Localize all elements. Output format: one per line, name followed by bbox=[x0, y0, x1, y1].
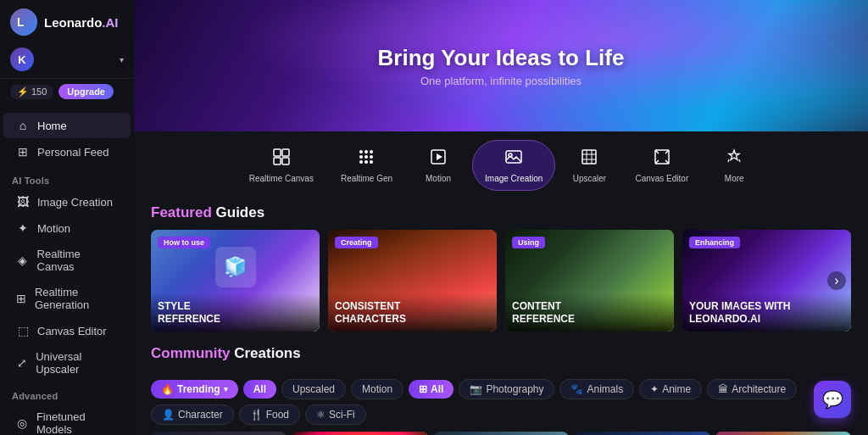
motion-icon: ✦ bbox=[15, 221, 31, 235]
filter-all-2[interactable]: ⊞ All bbox=[409, 380, 453, 399]
tool-more[interactable]: More bbox=[704, 141, 765, 190]
community-section: Community Creations bbox=[134, 337, 868, 374]
trending-label: Trending bbox=[177, 383, 220, 395]
filter-motion[interactable]: Motion bbox=[351, 379, 403, 399]
realtime-canvas-tool-icon bbox=[272, 148, 291, 170]
character-icon: 👤 bbox=[162, 409, 175, 421]
guide-text-3: CONTENTREFERENCE bbox=[505, 293, 674, 332]
upscaler-icon: ⤢ bbox=[15, 356, 29, 370]
filter-food-label: Food bbox=[266, 409, 289, 421]
sidebar-item-realtime-canvas[interactable]: ◈ Realtime Canvas bbox=[3, 242, 131, 279]
svg-point-14 bbox=[370, 160, 373, 164]
tool-canvas-editor-label: Canvas Editor bbox=[635, 174, 688, 183]
tool-canvas-editor[interactable]: Canvas Editor bbox=[623, 141, 700, 190]
guide-card-2[interactable]: Creating CONSISTENTCHARACTERS bbox=[328, 230, 497, 332]
filter-trending[interactable]: 🔥 Trending ▾ bbox=[151, 380, 238, 399]
svg-text:L: L bbox=[17, 15, 25, 29]
guide-tag-3: Using bbox=[512, 237, 545, 248]
community-highlight: Community bbox=[151, 345, 231, 361]
tool-image-creation[interactable]: Image Creation bbox=[472, 140, 555, 191]
home-icon: ⌂ bbox=[15, 119, 31, 132]
filter-character[interactable]: 👤 Character bbox=[151, 404, 234, 425]
sidebar-item-personal-feed[interactable]: ⊞ Personal Feed bbox=[3, 139, 131, 165]
tool-realtime-gen[interactable]: Realtime Gen bbox=[329, 141, 404, 190]
community-card-4[interactable] bbox=[574, 432, 709, 435]
chevron-down-icon: ▾ bbox=[120, 55, 124, 64]
filter-photography[interactable]: 📷 Photography bbox=[459, 379, 554, 399]
svg-point-13 bbox=[364, 160, 368, 164]
guide-title-4: YOUR IMAGES WITHLEONARDO.AI bbox=[689, 300, 844, 325]
guide-text-4: YOUR IMAGES WITHLEONARDO.AI bbox=[682, 293, 851, 332]
sidebar-item-motion[interactable]: ✦ Motion bbox=[3, 215, 131, 241]
hero-banner: Bring Your Ideas to Life One platform, i… bbox=[134, 0, 868, 131]
filter-row: 🔥 Trending ▾ All Upscaled Motion ⊞ All 📷… bbox=[134, 374, 868, 432]
realtime-canvas-icon: ◈ bbox=[15, 254, 31, 267]
sidebar-item-realtime-generation[interactable]: ⊞ Realtime Generation bbox=[3, 280, 131, 317]
tool-realtime-canvas[interactable]: Realtime Canvas bbox=[237, 141, 326, 190]
svg-point-7 bbox=[364, 150, 368, 153]
guide-card-3[interactable]: Using CONTENTREFERENCE bbox=[505, 230, 674, 332]
scifi-icon: ⚛ bbox=[316, 409, 326, 421]
food-icon: 🍴 bbox=[250, 409, 263, 421]
trending-chevron-icon: ▾ bbox=[224, 385, 228, 393]
token-icon: ⚡ bbox=[17, 86, 29, 98]
chat-button[interactable]: 💬 bbox=[814, 381, 851, 418]
sidebar-item-universal-upscaler[interactable]: ⤢ Universal Upscaler bbox=[3, 344, 131, 382]
featured-normal: Guides bbox=[212, 204, 264, 220]
anime-icon: ✦ bbox=[650, 383, 659, 395]
tool-motion-label: Motion bbox=[426, 174, 451, 183]
sidebar-item-canvas-editor[interactable]: ⬚ Canvas Editor bbox=[3, 318, 131, 343]
community-grid: 🎁 👒 bbox=[134, 432, 868, 435]
sidebar-item-finetuned-models-label: Finetuned Models bbox=[36, 410, 119, 435]
realtime-generation-icon: ⊞ bbox=[15, 292, 28, 305]
filter-motion-label: Motion bbox=[362, 383, 392, 395]
guide-nav-arrow[interactable]: › bbox=[827, 271, 846, 290]
tool-motion[interactable]: Motion bbox=[408, 141, 469, 190]
community-card-3[interactable]: 👒 bbox=[433, 432, 569, 435]
tool-upscaler[interactable]: Upscaler bbox=[559, 141, 620, 190]
filter-anime-label: Anime bbox=[662, 383, 691, 395]
filter-food[interactable]: 🍴 Food bbox=[239, 404, 300, 425]
svg-point-12 bbox=[359, 160, 363, 164]
filter-scifi[interactable]: ⚛ Sci-Fi bbox=[305, 404, 366, 425]
svg-point-9 bbox=[359, 155, 363, 159]
more-tool-icon bbox=[725, 148, 743, 170]
filter-all-2-label: All bbox=[431, 383, 443, 395]
svg-point-11 bbox=[370, 155, 373, 159]
trending-icon: 🔥 bbox=[161, 383, 174, 395]
featured-guides-section: Featured Guides 🧊 How to use STYLEREFERE… bbox=[134, 196, 868, 337]
community-card-1[interactable]: 🎁 bbox=[151, 432, 287, 435]
upgrade-button[interactable]: Upgrade bbox=[58, 84, 114, 99]
canvas-editor-tool-icon bbox=[653, 148, 671, 170]
sidebar-item-personal-feed-label: Personal Feed bbox=[37, 146, 109, 159]
animals-icon: 🐾 bbox=[570, 383, 583, 395]
realtime-gen-tool-icon bbox=[357, 148, 376, 170]
guide-card-4[interactable]: Enhancing YOUR IMAGES WITHLEONARDO.AI › bbox=[682, 230, 851, 332]
sidebar-item-canvas-editor-label: Canvas Editor bbox=[37, 325, 107, 337]
sidebar-item-home-label: Home bbox=[37, 120, 67, 132]
tool-upscaler-label: Upscaler bbox=[573, 174, 606, 183]
canvas-editor-icon: ⬚ bbox=[15, 324, 31, 337]
community-card-5[interactable] bbox=[715, 432, 851, 435]
tool-realtime-canvas-label: Realtime Canvas bbox=[249, 174, 314, 183]
sidebar-item-image-creation[interactable]: 🖼 Image Creation bbox=[3, 189, 131, 215]
filter-anime[interactable]: ✦ Anime bbox=[639, 379, 702, 399]
guide-card-1[interactable]: 🧊 How to use STYLEREFERENCE bbox=[151, 230, 320, 332]
sidebar-item-home[interactable]: ⌂ Home bbox=[3, 113, 131, 138]
logo-avatar: L bbox=[10, 8, 37, 36]
filter-upscaled[interactable]: Upscaled bbox=[281, 379, 346, 399]
community-normal: Creations bbox=[231, 345, 301, 361]
featured-highlight: Featured bbox=[151, 204, 212, 220]
filter-animals[interactable]: 🐾 Animals bbox=[559, 379, 634, 399]
guide-text-2: CONSISTENTCHARACTERS bbox=[328, 293, 497, 332]
sidebar-item-finetuned-models[interactable]: ◎ Finetuned Models bbox=[3, 404, 131, 435]
community-card-2[interactable] bbox=[292, 432, 427, 435]
svg-point-8 bbox=[370, 150, 373, 153]
sidebar-item-realtime-canvas-label: Realtime Canvas bbox=[37, 248, 119, 273]
token-count: 150 bbox=[31, 86, 47, 97]
filter-all-1[interactable]: All bbox=[243, 380, 276, 399]
filter-architecture[interactable]: 🏛 Architecture bbox=[707, 379, 797, 399]
guide-title-3: CONTENTREFERENCE bbox=[512, 300, 667, 325]
hero-subtitle: One platform, infinite possibilities bbox=[420, 75, 581, 87]
user-row[interactable]: K ▾ bbox=[0, 42, 134, 79]
